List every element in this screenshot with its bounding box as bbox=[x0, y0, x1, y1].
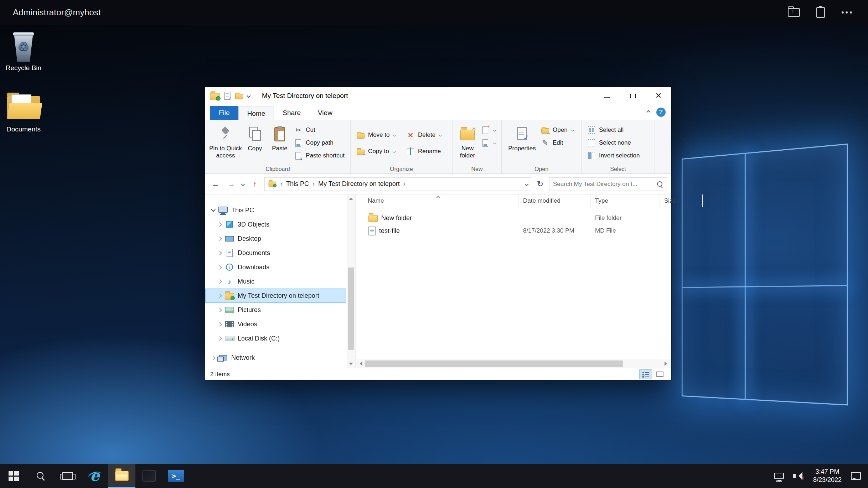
horizontal-scrollbar[interactable] bbox=[356, 359, 671, 368]
collapse-ribbon-icon[interactable] bbox=[646, 110, 650, 114]
column-header-type[interactable]: Type bbox=[591, 194, 660, 207]
new-item-button[interactable]: ✶ bbox=[479, 124, 498, 136]
chevron-collapsed-icon[interactable] bbox=[217, 222, 222, 227]
column-header-date-modified[interactable]: Date modified bbox=[519, 194, 591, 207]
forward-button[interactable]: → bbox=[225, 180, 237, 189]
refresh-icon[interactable]: ↻ bbox=[535, 180, 546, 189]
nav-item-network[interactable]: Network bbox=[205, 351, 346, 365]
file-transfer-icon[interactable]: ↑ bbox=[788, 8, 800, 17]
chevron-collapsed-icon[interactable] bbox=[217, 279, 222, 284]
select-none-button[interactable]: Select none bbox=[585, 136, 642, 149]
minimize-button[interactable] bbox=[594, 87, 620, 105]
nav-item-local-disk-c[interactable]: Local Disk (C:) bbox=[205, 331, 346, 346]
search-icon[interactable] bbox=[657, 181, 663, 187]
details-view-button[interactable] bbox=[639, 369, 652, 379]
back-button[interactable]: ← bbox=[210, 180, 222, 189]
chevron-collapsed-icon[interactable] bbox=[211, 355, 216, 360]
column-header-size[interactable]: Size bbox=[660, 194, 703, 207]
scroll-right-icon[interactable] bbox=[665, 362, 669, 366]
tab-file[interactable]: File bbox=[210, 106, 238, 120]
tab-home[interactable]: Home bbox=[238, 107, 274, 120]
column-header-name[interactable]: Name bbox=[356, 194, 519, 207]
start-button[interactable] bbox=[0, 464, 27, 488]
chevron-collapsed-icon[interactable] bbox=[217, 336, 222, 341]
chevron-collapsed-icon[interactable] bbox=[217, 251, 222, 255]
cut-button[interactable]: ✂ Cut bbox=[292, 124, 347, 136]
paste-button[interactable]: Paste bbox=[268, 122, 292, 152]
nav-scrollbar-thumb[interactable] bbox=[348, 268, 354, 350]
maximize-button[interactable] bbox=[620, 87, 646, 105]
chevron-collapsed-icon[interactable] bbox=[217, 322, 222, 327]
nav-scrollbar[interactable] bbox=[347, 194, 355, 368]
breadcrumb-current[interactable]: My Test Directory on teleport bbox=[318, 180, 400, 188]
tab-view[interactable]: View bbox=[309, 106, 341, 120]
up-button[interactable]: ↑ bbox=[249, 180, 261, 189]
chevron-collapsed-icon[interactable] bbox=[217, 237, 222, 241]
crumb-separator-icon[interactable]: › bbox=[312, 180, 315, 188]
chevron-expanded-icon[interactable] bbox=[211, 207, 216, 212]
properties-button[interactable]: Properties bbox=[505, 122, 539, 152]
more-options-icon[interactable]: ••• bbox=[841, 9, 854, 16]
pinned-app-button[interactable] bbox=[135, 464, 162, 488]
scroll-up-icon[interactable] bbox=[347, 194, 355, 202]
open-button[interactable]: Open bbox=[539, 124, 576, 136]
edit-button[interactable]: ✎ Edit bbox=[539, 136, 576, 149]
network-tray-icon[interactable] bbox=[774, 473, 784, 479]
desktop-icon-recycle-bin[interactable]: ♻ Recycle Bin bbox=[0, 30, 47, 72]
file-row-test-file[interactable]: test-file 8/17/2022 3:30 PM MD File bbox=[356, 224, 671, 237]
chevron-collapsed-icon[interactable] bbox=[217, 308, 222, 312]
help-icon[interactable]: ? bbox=[656, 108, 666, 117]
crumb-separator-icon[interactable]: › bbox=[280, 180, 283, 188]
nav-item-music[interactable]: ♪ Music bbox=[205, 274, 346, 289]
desktop-icon-documents[interactable]: Documents bbox=[0, 91, 47, 133]
close-button[interactable]: ✕ bbox=[646, 87, 671, 105]
task-view-button[interactable] bbox=[54, 464, 81, 488]
file-explorer-button[interactable] bbox=[108, 464, 135, 488]
taskbar-clock[interactable]: 3:47 PM 8/23/2022 bbox=[813, 468, 842, 484]
taskbar-search-button[interactable] bbox=[27, 464, 54, 488]
select-all-button[interactable]: Select all bbox=[585, 124, 642, 136]
search-box[interactable] bbox=[549, 177, 667, 191]
scroll-left-icon[interactable] bbox=[358, 362, 362, 366]
horizontal-scrollbar-thumb[interactable] bbox=[365, 360, 623, 367]
chevron-collapsed-icon[interactable] bbox=[217, 265, 222, 270]
powershell-button[interactable]: >_ bbox=[162, 464, 190, 488]
action-center-icon[interactable] bbox=[851, 472, 861, 480]
move-to-button[interactable]: → Move to bbox=[354, 129, 404, 141]
rename-button[interactable]: Rename bbox=[404, 145, 448, 158]
paste-shortcut-button[interactable]: Paste shortcut bbox=[292, 149, 347, 162]
address-dropdown-chevron-icon[interactable] bbox=[525, 182, 528, 186]
nav-item-3d-objects[interactable]: 3D Objects bbox=[205, 217, 346, 232]
qat-customize-chevron-icon[interactable] bbox=[247, 94, 250, 98]
pin-to-quick-access-button[interactable]: Pin to Quick access bbox=[209, 122, 242, 159]
title-bar[interactable]: My Test Directory on teleport ✕ bbox=[205, 87, 671, 105]
nav-item-downloads[interactable]: ↓ Downloads bbox=[205, 260, 346, 274]
address-bar[interactable]: › This PC › My Test Directory on telepor… bbox=[264, 177, 531, 191]
thumbnails-view-button[interactable] bbox=[653, 369, 666, 379]
easy-access-button[interactable] bbox=[479, 136, 498, 149]
scroll-down-icon[interactable] bbox=[347, 360, 355, 368]
new-folder-button[interactable]: New folder bbox=[456, 122, 479, 159]
volume-muted-icon[interactable]: ✕ bbox=[793, 472, 804, 480]
nav-item-desktop[interactable]: Desktop bbox=[205, 232, 346, 246]
invert-selection-button[interactable]: Invert selection bbox=[585, 149, 642, 162]
nav-item-documents[interactable]: Documents bbox=[205, 246, 346, 260]
recent-locations-chevron-icon[interactable] bbox=[241, 182, 245, 186]
delete-button[interactable]: ✕ Delete bbox=[404, 129, 448, 141]
copy-to-button[interactable]: → Copy to bbox=[354, 145, 404, 158]
qat-new-folder-icon[interactable] bbox=[235, 94, 243, 99]
crumb-separator-icon[interactable]: › bbox=[403, 180, 406, 188]
chevron-collapsed-icon[interactable] bbox=[217, 294, 222, 298]
breadcrumb-this-pc[interactable]: This PC bbox=[286, 180, 309, 188]
nav-item-my-test-directory[interactable]: My Test Directory on teleport bbox=[205, 289, 346, 303]
nav-item-pictures[interactable]: Pictures bbox=[205, 303, 346, 317]
clipboard-icon[interactable] bbox=[816, 7, 825, 18]
nav-item-videos[interactable]: Videos bbox=[205, 317, 346, 331]
internet-explorer-button[interactable]: e bbox=[81, 464, 108, 488]
nav-item-this-pc[interactable]: This PC bbox=[205, 203, 346, 217]
search-input[interactable] bbox=[553, 181, 657, 188]
file-row-new-folder[interactable]: New folder File folder bbox=[356, 212, 671, 224]
qat-properties-icon[interactable] bbox=[224, 92, 230, 100]
copy-button[interactable]: Copy bbox=[242, 122, 268, 152]
copy-path-button[interactable]: Copy path bbox=[292, 136, 347, 149]
